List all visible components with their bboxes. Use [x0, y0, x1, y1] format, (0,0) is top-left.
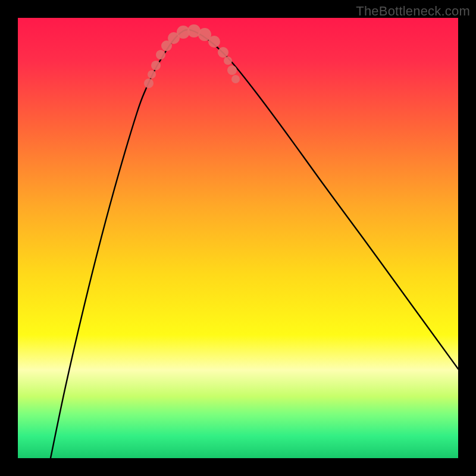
curve-marker [218, 47, 228, 58]
curve-marker [231, 75, 240, 83]
chart-plot-area [18, 18, 458, 458]
watermark-text: TheBottleneck.com [356, 4, 470, 19]
curve-marker [208, 36, 220, 48]
curve-marker [224, 57, 232, 65]
curve-marker [144, 79, 154, 88]
bottleneck-curve [51, 30, 458, 458]
curve-layer [18, 18, 458, 458]
curve-marker [227, 65, 237, 75]
curve-marker [151, 61, 161, 70]
curve-marker [156, 50, 165, 60]
curve-marker [148, 70, 156, 79]
chart-outer-frame: TheBottleneck.com [0, 0, 476, 476]
curve-markers [144, 24, 240, 88]
